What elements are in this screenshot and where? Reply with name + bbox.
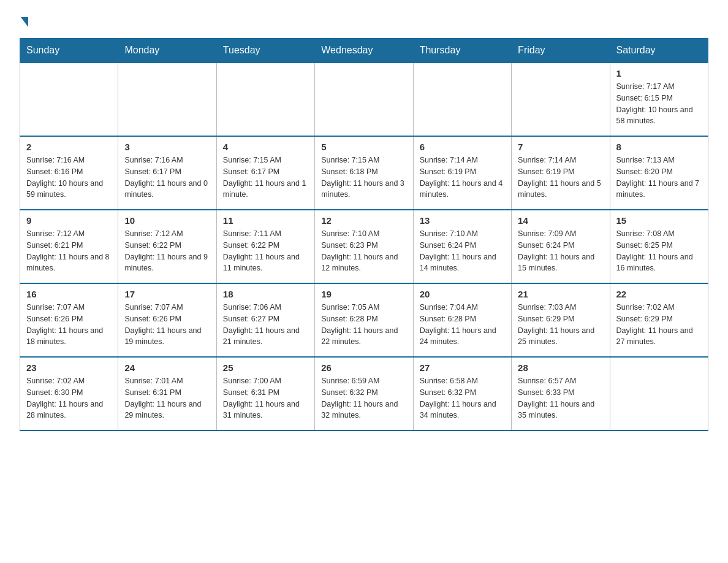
- day-number: 3: [124, 142, 210, 152]
- calendar-cell: 12Sunrise: 7:10 AM Sunset: 6:23 PM Dayli…: [315, 210, 413, 283]
- day-number: 4: [223, 142, 308, 152]
- calendar-cell: 2Sunrise: 7:16 AM Sunset: 6:16 PM Daylig…: [20, 136, 118, 210]
- day-number: 14: [518, 215, 603, 226]
- day-info: Sunrise: 6:57 AM Sunset: 6:33 PM Dayligh…: [518, 375, 603, 421]
- calendar-cell: 27Sunrise: 6:58 AM Sunset: 6:32 PM Dayli…: [413, 357, 511, 431]
- day-info: Sunrise: 7:07 AM Sunset: 6:26 PM Dayligh…: [26, 302, 112, 348]
- day-info: Sunrise: 7:00 AM Sunset: 6:31 PM Dayligh…: [223, 375, 308, 421]
- day-info: Sunrise: 7:06 AM Sunset: 6:27 PM Dayligh…: [223, 302, 308, 348]
- day-info: Sunrise: 6:58 AM Sunset: 6:32 PM Dayligh…: [420, 375, 505, 421]
- calendar-cell: 8Sunrise: 7:13 AM Sunset: 6:20 PM Daylig…: [610, 136, 708, 210]
- day-info: Sunrise: 7:05 AM Sunset: 6:28 PM Dayligh…: [321, 302, 406, 348]
- day-number: 23: [26, 362, 112, 373]
- logo-arrow-icon: [21, 17, 28, 27]
- calendar-table: SundayMondayTuesdayWednesdayThursdayFrid…: [20, 38, 708, 431]
- day-info: Sunrise: 6:59 AM Sunset: 6:32 PM Dayligh…: [321, 375, 406, 421]
- day-number: 1: [616, 68, 702, 79]
- day-number: 5: [321, 142, 406, 152]
- calendar-week-row: 2Sunrise: 7:16 AM Sunset: 6:16 PM Daylig…: [20, 136, 708, 210]
- day-info: Sunrise: 7:03 AM Sunset: 6:29 PM Dayligh…: [518, 302, 603, 348]
- day-number: 7: [518, 142, 603, 152]
- day-number: 20: [420, 289, 505, 299]
- weekday-header-row: SundayMondayTuesdayWednesdayThursdayFrid…: [20, 39, 708, 63]
- day-info: Sunrise: 7:12 AM Sunset: 6:21 PM Dayligh…: [26, 228, 112, 274]
- day-number: 18: [223, 289, 308, 299]
- day-number: 21: [518, 289, 603, 299]
- day-info: Sunrise: 7:15 AM Sunset: 6:18 PM Dayligh…: [321, 155, 406, 201]
- calendar-cell: 17Sunrise: 7:07 AM Sunset: 6:26 PM Dayli…: [118, 283, 216, 357]
- calendar-cell: 10Sunrise: 7:12 AM Sunset: 6:22 PM Dayli…: [118, 210, 216, 283]
- weekday-header-sunday: Sunday: [20, 39, 118, 63]
- weekday-header-tuesday: Tuesday: [216, 39, 314, 63]
- day-number: 28: [518, 362, 603, 373]
- logo: [20, 15, 28, 27]
- calendar-cell: 25Sunrise: 7:00 AM Sunset: 6:31 PM Dayli…: [216, 357, 314, 431]
- calendar-cell: 11Sunrise: 7:11 AM Sunset: 6:22 PM Dayli…: [216, 210, 314, 283]
- day-number: 6: [420, 142, 505, 152]
- calendar-cell: 24Sunrise: 7:01 AM Sunset: 6:31 PM Dayli…: [118, 357, 216, 431]
- calendar-cell: 3Sunrise: 7:16 AM Sunset: 6:17 PM Daylig…: [118, 136, 216, 210]
- calendar-cell: 23Sunrise: 7:02 AM Sunset: 6:30 PM Dayli…: [20, 357, 118, 431]
- day-info: Sunrise: 7:09 AM Sunset: 6:24 PM Dayligh…: [518, 228, 603, 274]
- calendar-cell: 5Sunrise: 7:15 AM Sunset: 6:18 PM Daylig…: [315, 136, 413, 210]
- day-info: Sunrise: 7:01 AM Sunset: 6:31 PM Dayligh…: [124, 375, 210, 421]
- calendar-cell: 4Sunrise: 7:15 AM Sunset: 6:17 PM Daylig…: [216, 136, 314, 210]
- calendar-cell: 15Sunrise: 7:08 AM Sunset: 6:25 PM Dayli…: [610, 210, 708, 283]
- calendar-cell: [610, 357, 708, 431]
- day-info: Sunrise: 7:12 AM Sunset: 6:22 PM Dayligh…: [124, 228, 210, 274]
- day-number: 2: [26, 142, 112, 152]
- calendar-week-row: 16Sunrise: 7:07 AM Sunset: 6:26 PM Dayli…: [20, 283, 708, 357]
- calendar-cell: [118, 63, 216, 136]
- calendar-cell: 21Sunrise: 7:03 AM Sunset: 6:29 PM Dayli…: [512, 283, 610, 357]
- calendar-cell: 28Sunrise: 6:57 AM Sunset: 6:33 PM Dayli…: [512, 357, 610, 431]
- day-info: Sunrise: 7:02 AM Sunset: 6:30 PM Dayligh…: [26, 375, 112, 421]
- calendar-week-row: 23Sunrise: 7:02 AM Sunset: 6:30 PM Dayli…: [20, 357, 708, 431]
- calendar-cell: 7Sunrise: 7:14 AM Sunset: 6:19 PM Daylig…: [512, 136, 610, 210]
- calendar-cell: 14Sunrise: 7:09 AM Sunset: 6:24 PM Dayli…: [512, 210, 610, 283]
- day-number: 10: [124, 215, 210, 226]
- day-info: Sunrise: 7:08 AM Sunset: 6:25 PM Dayligh…: [616, 228, 702, 274]
- day-number: 24: [124, 362, 210, 373]
- day-number: 26: [321, 362, 406, 373]
- day-info: Sunrise: 7:15 AM Sunset: 6:17 PM Dayligh…: [223, 155, 308, 201]
- day-number: 22: [616, 289, 702, 299]
- day-number: 25: [223, 362, 308, 373]
- calendar-cell: 13Sunrise: 7:10 AM Sunset: 6:24 PM Dayli…: [413, 210, 511, 283]
- calendar-cell: 16Sunrise: 7:07 AM Sunset: 6:26 PM Dayli…: [20, 283, 118, 357]
- weekday-header-thursday: Thursday: [413, 39, 511, 63]
- day-info: Sunrise: 7:17 AM Sunset: 6:15 PM Dayligh…: [616, 81, 702, 127]
- day-number: 9: [26, 215, 112, 226]
- calendar-week-row: 1Sunrise: 7:17 AM Sunset: 6:15 PM Daylig…: [20, 63, 708, 136]
- day-info: Sunrise: 7:14 AM Sunset: 6:19 PM Dayligh…: [420, 155, 505, 201]
- day-info: Sunrise: 7:10 AM Sunset: 6:23 PM Dayligh…: [321, 228, 406, 274]
- calendar-cell: 6Sunrise: 7:14 AM Sunset: 6:19 PM Daylig…: [413, 136, 511, 210]
- day-number: 8: [616, 142, 702, 152]
- calendar-cell: 9Sunrise: 7:12 AM Sunset: 6:21 PM Daylig…: [20, 210, 118, 283]
- day-number: 15: [616, 215, 702, 226]
- calendar-cell: [512, 63, 610, 136]
- calendar-cell: 22Sunrise: 7:02 AM Sunset: 6:29 PM Dayli…: [610, 283, 708, 357]
- day-number: 11: [223, 215, 308, 226]
- page-header: [20, 15, 708, 27]
- calendar-cell: 18Sunrise: 7:06 AM Sunset: 6:27 PM Dayli…: [216, 283, 314, 357]
- calendar-cell: 26Sunrise: 6:59 AM Sunset: 6:32 PM Dayli…: [315, 357, 413, 431]
- day-number: 16: [26, 289, 112, 299]
- calendar-cell: [216, 63, 314, 136]
- day-info: Sunrise: 7:07 AM Sunset: 6:26 PM Dayligh…: [124, 302, 210, 348]
- day-info: Sunrise: 7:16 AM Sunset: 6:17 PM Dayligh…: [124, 155, 210, 201]
- day-number: 17: [124, 289, 210, 299]
- calendar-cell: 1Sunrise: 7:17 AM Sunset: 6:15 PM Daylig…: [610, 63, 708, 136]
- day-info: Sunrise: 7:14 AM Sunset: 6:19 PM Dayligh…: [518, 155, 603, 201]
- calendar-cell: [413, 63, 511, 136]
- day-info: Sunrise: 7:10 AM Sunset: 6:24 PM Dayligh…: [420, 228, 505, 274]
- day-info: Sunrise: 7:02 AM Sunset: 6:29 PM Dayligh…: [616, 302, 702, 348]
- day-number: 19: [321, 289, 406, 299]
- weekday-header-monday: Monday: [118, 39, 216, 63]
- weekday-header-saturday: Saturday: [610, 39, 708, 63]
- day-info: Sunrise: 7:13 AM Sunset: 6:20 PM Dayligh…: [616, 155, 702, 201]
- day-info: Sunrise: 7:04 AM Sunset: 6:28 PM Dayligh…: [420, 302, 505, 348]
- weekday-header-wednesday: Wednesday: [315, 39, 413, 63]
- calendar-cell: [20, 63, 118, 136]
- calendar-week-row: 9Sunrise: 7:12 AM Sunset: 6:21 PM Daylig…: [20, 210, 708, 283]
- calendar-cell: 20Sunrise: 7:04 AM Sunset: 6:28 PM Dayli…: [413, 283, 511, 357]
